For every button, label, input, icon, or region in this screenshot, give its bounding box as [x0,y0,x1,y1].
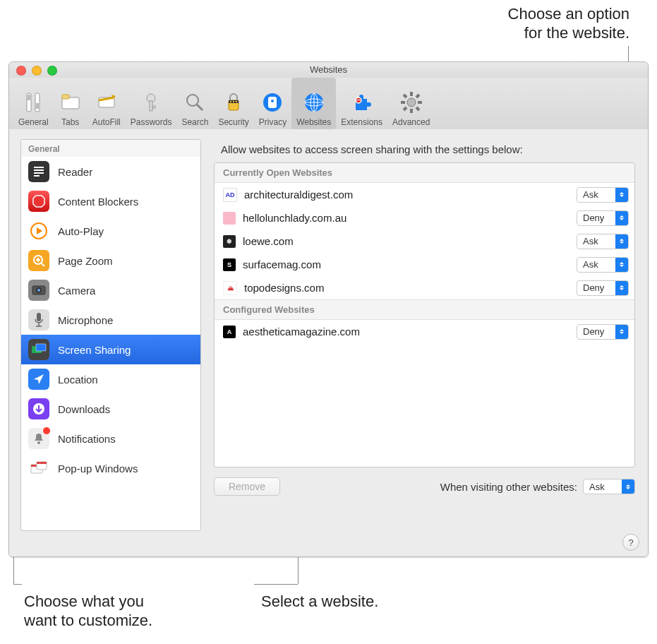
callout-line [13,584,22,585]
sidebar-item-screen-sharing[interactable]: Screen Sharing [21,335,200,364]
permission-select[interactable]: Ask [577,234,629,249]
auto-play-icon [28,220,49,242]
chevron-updown-icon [615,325,628,339]
content-pane: Allow websites to access screen sharing … [214,139,635,531]
website-row[interactable]: ❄ loewe.com Ask [215,229,634,253]
toolbar-label: Tabs [61,117,79,127]
svg-point-48 [37,289,40,292]
help-button[interactable]: ? [622,534,639,551]
website-domain: aestheticamagazine.com [243,326,577,338]
notifications-icon [28,428,49,449]
sidebar-item-microphone[interactable]: Microphone [21,305,200,335]
sidebar-item-content-blockers[interactable]: Content Blockers [21,186,200,216]
permission-select[interactable]: Ask [577,187,629,203]
autofill-icon [95,88,119,117]
sidebar-item-location[interactable]: Location [21,364,200,394]
svg-line-11 [197,105,203,110]
svg-rect-15 [233,101,234,102]
toolbar: GeneralTabsAutoFillPasswordsSearchSecuri… [9,78,648,130]
svg-rect-2 [28,95,30,100]
website-domain: topodesigns.com [244,282,577,294]
permission-select[interactable]: Ask [577,257,629,273]
toolbar-general[interactable]: General [13,78,54,129]
toolbar-label: AutoFill [92,117,121,127]
toolbar-label: Passwords [131,117,172,127]
svg-rect-3 [36,103,39,109]
chevron-updown-icon [615,234,628,249]
favicon-icon: AD [223,188,237,202]
toolbar-label: Websites [296,117,331,127]
extensions-icon [350,88,374,117]
toolbar-advanced[interactable]: Advanced [387,78,435,129]
main-area: General ReaderContent BlockersAuto-PlayP… [9,129,648,556]
preferences-window: Websites GeneralTabsAutoFillPasswordsSea… [8,61,649,557]
remove-button[interactable]: Remove [214,477,280,496]
privacy-icon [260,88,284,117]
screen-sharing-icon [28,339,49,360]
website-row[interactable]: A aestheticamagazine.com Deny [215,320,634,343]
website-domain: surfacemag.com [243,258,577,270]
content-description: Allow websites to access screen sharing … [214,139,635,162]
website-row[interactable]: hellolunchlady.com.au Deny [215,206,634,229]
favicon-icon: A [223,326,236,338]
toolbar-websites[interactable]: Websites [291,78,336,129]
sidebar-item-popups[interactable]: Pop-up Windows [21,453,200,483]
website-row[interactable]: ⛰ topodesigns.com Deny [215,276,634,299]
microphone-icon [28,309,49,330]
websites-table: Currently Open Websites AD architectural… [214,162,635,467]
chevron-updown-icon [615,258,628,272]
toolbar-label: Advanced [392,117,430,127]
chevron-updown-icon [615,188,628,202]
callout-text: want to customize. [24,612,152,629]
select-value: Deny [583,326,604,337]
badge-icon [42,427,51,435]
toolbar-autofill[interactable]: AutoFill [88,78,126,129]
toolbar-privacy[interactable]: Privacy [254,78,291,129]
website-row[interactable]: AD architecturaldigest.com Ask [215,183,634,206]
sidebar-item-page-zoom[interactable]: Page Zoom [21,246,200,275]
general-icon [21,88,45,117]
downloads-icon [28,398,49,419]
toolbar-label: Extensions [341,117,382,127]
toolbar-security[interactable]: Security [213,78,253,129]
toolbar-extensions[interactable]: Extensions [336,78,387,129]
svg-point-19 [271,100,274,102]
sidebar-item-label: Microphone [58,314,113,326]
toolbar-tabs[interactable]: Tabs [54,78,88,129]
permission-select[interactable]: Deny [577,324,629,340]
sidebar-item-camera[interactable]: Camera [21,275,200,305]
callout-text: Choose an option [508,5,629,23]
callout-choose-customize: Choose what you want to customize. [24,592,207,630]
toolbar-label: Privacy [259,117,287,127]
callout-text: Select a website. [261,592,378,610]
svg-point-57 [37,441,40,444]
favicon-icon: ❄ [223,235,236,248]
sidebar-item-reader[interactable]: Reader [21,157,200,186]
sidebar-item-label: Content Blockers [58,196,138,208]
sidebar-item-label: Page Zoom [58,255,113,267]
group-header: Configured Websites [215,299,634,320]
favicon-icon: S [223,258,236,271]
website-row[interactable]: S surfacemag.com Ask [215,253,634,276]
select-value: Deny [583,213,604,223]
toolbar-passwords[interactable]: Passwords [126,78,177,129]
svg-rect-53 [36,344,46,351]
svg-marker-39 [33,196,44,207]
svg-rect-16 [236,101,237,102]
sidebar-item-auto-play[interactable]: Auto-Play [21,216,200,246]
security-icon [222,88,246,117]
sidebar-item-label: Downloads [58,403,110,415]
sidebar-item-label: Screen Sharing [58,344,131,356]
other-websites-select[interactable]: Ask [583,479,635,494]
sidebar-item-label: Auto-Play [58,225,104,237]
chevron-updown-icon [622,479,634,494]
permission-select[interactable]: Deny [577,210,629,226]
callout-select-website: Select a website. [261,592,445,611]
toolbar-search[interactable]: Search [176,78,213,129]
svg-rect-9 [152,106,155,108]
permission-select[interactable]: Deny [577,280,629,296]
sidebar-item-downloads[interactable]: Downloads [21,394,200,424]
sidebar-item-notifications[interactable]: Notifications [21,424,200,453]
bottom-bar: Remove When visiting other websites: Ask [214,477,635,496]
callout-line [254,584,298,585]
